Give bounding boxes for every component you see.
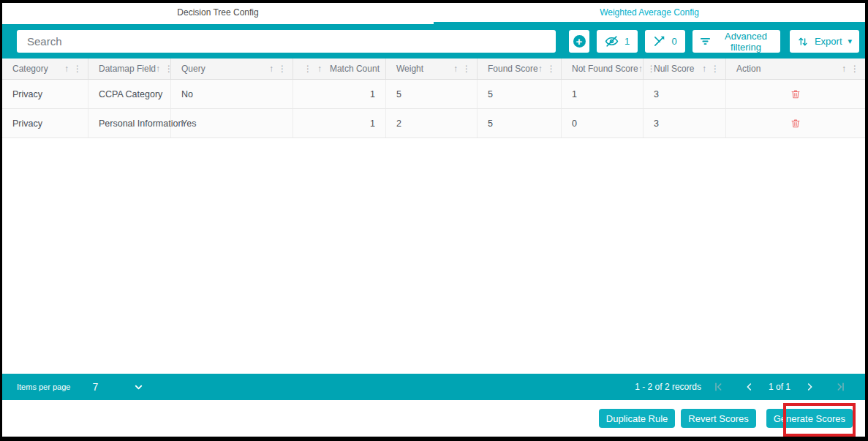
cell-weight: 2 — [386, 109, 478, 137]
column-header-match-count[interactable]: ⋮ ↑ Match Count — [293, 59, 386, 79]
footer-actions: Duplicate Rule Revert Scores Generate Sc… — [2, 400, 865, 437]
tab-label: Decision Tree Config — [177, 7, 258, 18]
sort-asc-icon[interactable]: ↑ — [453, 64, 458, 73]
config-tabs: Decision Tree Config Weighted Average Co… — [2, 3, 865, 24]
cell-found-score: 5 — [478, 109, 562, 137]
cut-count: 0 — [671, 36, 676, 47]
table-row: Privacy CCPA Category No 1 5 5 1 3 — [2, 80, 865, 109]
trash-icon — [790, 118, 801, 129]
column-controls: ↑ ⋮ — [269, 64, 287, 73]
trash-icon — [790, 88, 801, 99]
chevron-down-icon — [133, 382, 144, 393]
cell-datamap-field: Personal Information — [88, 109, 171, 137]
last-page-button[interactable] — [834, 381, 846, 393]
column-label: Category — [12, 64, 48, 74]
sort-asc-icon[interactable]: ↑ — [317, 64, 322, 73]
sort-asc-icon[interactable]: ↑ — [538, 64, 543, 73]
column-menu-icon[interactable]: ⋮ — [850, 64, 859, 73]
items-per-page-value[interactable]: 7 — [92, 381, 98, 393]
column-header-query[interactable]: Query ↑ ⋮ — [171, 59, 293, 79]
sort-asc-icon[interactable]: ↑ — [156, 64, 160, 73]
cell-action — [726, 109, 865, 137]
first-page-icon — [713, 381, 725, 393]
cell-category: Privacy — [2, 80, 88, 108]
hidden-columns-count: 1 — [624, 36, 630, 47]
tab-label: Weighted Average Config — [600, 7, 699, 18]
last-page-icon — [834, 381, 846, 393]
search-input[interactable] — [17, 30, 556, 53]
cell-found-score: 5 — [478, 80, 562, 108]
column-menu-icon[interactable]: ⋮ — [73, 64, 82, 73]
column-label: Found Score — [488, 64, 538, 74]
cell-not-found-score: 1 — [562, 80, 644, 108]
filter-icon — [699, 35, 712, 48]
first-page-button[interactable] — [713, 381, 725, 393]
column-label: Query — [181, 64, 205, 74]
sort-vertical-icon — [797, 36, 809, 48]
sort-asc-icon[interactable]: ↑ — [269, 64, 273, 73]
table-row: Privacy Personal Information Yes 1 2 5 0… — [2, 109, 865, 138]
column-label: Null Score — [654, 64, 694, 74]
column-header-action[interactable]: Action ↑ ⋮ — [726, 59, 865, 79]
table-header-row: Category ↑ ⋮ Datamap Field ↑ ⋮ Query ↑ ⋮… — [2, 59, 865, 80]
column-menu-icon[interactable]: ⋮ — [711, 64, 720, 73]
cell-query: No — [171, 80, 293, 108]
cell-action — [726, 80, 865, 108]
export-label: Export — [815, 36, 842, 47]
caret-down-icon: ▾ — [848, 37, 852, 46]
column-controls: ↑ ⋮ — [702, 64, 720, 73]
advanced-filtering-button[interactable]: Advanced filtering — [692, 30, 780, 53]
cell-match-count: 1 — [293, 80, 386, 108]
weighted-average-config-page: Decision Tree Config Weighted Average Co… — [2, 3, 865, 437]
current-page-indicator: 1 of 1 — [769, 382, 790, 392]
revert-scores-button[interactable]: Revert Scores — [681, 409, 755, 428]
column-label: Action — [736, 64, 761, 74]
add-rule-button[interactable]: + — [569, 30, 589, 53]
column-header-not-found-score[interactable]: Not Found Score ↑ ⋮ — [562, 59, 644, 79]
plus-circle-icon: + — [573, 35, 586, 48]
column-menu-icon[interactable]: ⋮ — [278, 64, 287, 73]
previous-page-button[interactable] — [744, 381, 755, 393]
column-label: Match Count — [330, 64, 380, 74]
generate-scores-button[interactable]: Generate Scores — [766, 409, 853, 428]
next-page-button[interactable] — [804, 381, 815, 393]
column-controls: ↑ ⋮ — [842, 64, 859, 73]
hidden-columns-button[interactable]: 1 — [597, 30, 638, 53]
column-header-category[interactable]: Category ↑ ⋮ — [2, 59, 88, 79]
column-controls: ↑ ⋮ — [453, 64, 471, 73]
column-label: Weight — [396, 64, 423, 74]
column-header-found-score[interactable]: Found Score ↑ ⋮ — [478, 59, 562, 79]
pagination-bar: Items per page 7 1 - 2 of 2 records — [2, 374, 865, 400]
column-header-weight[interactable]: Weight ↑ ⋮ — [386, 59, 478, 79]
eye-off-icon — [605, 34, 619, 48]
table-empty-area — [2, 138, 865, 374]
duplicate-rule-button[interactable]: Duplicate Rule — [599, 409, 676, 428]
table-toolbar: + 1 0 — [2, 24, 865, 59]
tab-weighted-average-config[interactable]: Weighted Average Config — [434, 3, 865, 24]
column-controls: ↑ ⋮ — [64, 64, 82, 73]
sort-asc-icon[interactable]: ↑ — [64, 64, 69, 73]
sort-asc-icon[interactable]: ↑ — [702, 64, 706, 73]
cell-null-score: 3 — [644, 80, 726, 108]
cell-query: Yes — [171, 109, 293, 137]
column-menu-icon[interactable]: ⋮ — [303, 64, 312, 73]
sort-asc-icon[interactable]: ↑ — [842, 64, 846, 73]
export-button[interactable]: Export ▾ — [790, 30, 859, 53]
column-label: Not Found Score — [572, 64, 638, 74]
cell-match-count: 1 — [293, 109, 386, 137]
delete-rule-button[interactable] — [789, 87, 802, 101]
items-per-page-label: Items per page — [17, 382, 70, 391]
cut-button[interactable]: 0 — [645, 30, 685, 53]
column-header-null-score[interactable]: Null Score ↑ ⋮ — [644, 59, 726, 79]
column-header-datamap-field[interactable]: Datamap Field ↑ ⋮ — [88, 59, 171, 79]
column-menu-icon[interactable]: ⋮ — [462, 64, 471, 73]
tab-decision-tree-config[interactable]: Decision Tree Config — [2, 3, 434, 24]
items-per-page-dropdown[interactable] — [133, 382, 144, 393]
delete-rule-button[interactable] — [789, 116, 802, 130]
sort-asc-icon[interactable]: ↑ — [638, 64, 643, 73]
cell-not-found-score: 0 — [562, 109, 644, 137]
chevron-left-icon — [744, 381, 755, 393]
scissors-icon — [653, 35, 665, 48]
cell-weight: 5 — [386, 80, 478, 108]
column-menu-icon[interactable]: ⋮ — [547, 64, 556, 73]
